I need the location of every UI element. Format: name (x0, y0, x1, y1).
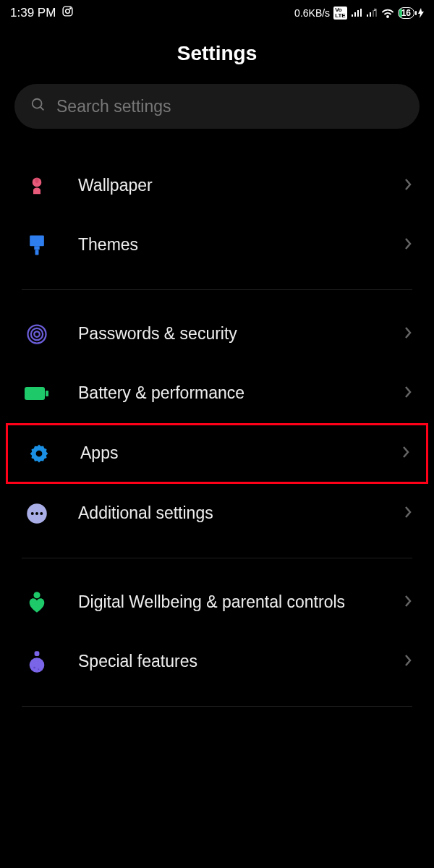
status-right: 0.6KB/s VoLTE 16 (294, 7, 424, 20)
chevron-right-icon (404, 326, 412, 343)
page-title: Settings (0, 26, 434, 84)
svg-point-13 (36, 451, 43, 457)
gear-icon (27, 441, 51, 466)
signal-icon-2 (366, 9, 378, 17)
svg-point-3 (33, 99, 42, 109)
battery-icon: 16 (398, 7, 414, 19)
chevron-right-icon (404, 385, 412, 402)
svg-rect-19 (35, 651, 40, 656)
svg-rect-11 (25, 387, 45, 400)
more-horizontal-icon (25, 501, 49, 526)
svg-point-2 (70, 8, 71, 9)
settings-item-label: Additional settings (78, 503, 375, 524)
settings-item-passwords-security[interactable]: Passwords & security (0, 305, 434, 364)
wifi-icon (381, 8, 394, 18)
chevron-right-icon (401, 445, 410, 462)
charging-icon (418, 8, 424, 18)
svg-point-15 (31, 512, 34, 515)
svg-point-16 (35, 512, 38, 515)
svg-point-17 (40, 512, 43, 515)
brush-icon (25, 233, 49, 258)
settings-item-additional-settings[interactable]: Additional settings (0, 484, 434, 543)
svg-rect-7 (35, 250, 39, 255)
battery-pct: 16 (401, 8, 411, 18)
settings-item-wallpaper[interactable]: Wallpaper (0, 156, 434, 216)
settings-item-special-features[interactable]: Special features (0, 632, 434, 692)
tulip-icon (25, 174, 49, 198)
chevron-right-icon (404, 237, 412, 254)
search-bar[interactable] (14, 84, 420, 129)
heart-person-icon (25, 590, 49, 615)
search-icon (30, 97, 46, 116)
svg-rect-5 (30, 235, 44, 246)
settings-list: Wallpaper Themes Passwords & security Ba… (0, 143, 434, 707)
chevron-right-icon (404, 177, 412, 195)
data-rate: 0.6KB/s (294, 7, 330, 19)
settings-item-label: Special features (78, 651, 375, 673)
flask-icon (25, 650, 49, 674)
status-bar: 1:39 PM 0.6KB/s VoLTE 16 (0, 0, 434, 26)
svg-point-10 (34, 331, 40, 337)
signal-icon-1 (351, 9, 362, 17)
battery-icon (25, 381, 49, 406)
settings-item-label: Passwords & security (78, 323, 375, 345)
fingerprint-icon (25, 322, 49, 346)
search-input[interactable] (56, 97, 404, 116)
svg-rect-12 (46, 391, 48, 396)
settings-item-battery-performance[interactable]: Battery & performance (0, 364, 434, 423)
divider (22, 289, 412, 290)
svg-point-18 (33, 592, 40, 598)
settings-item-label: Themes (78, 234, 375, 256)
chevron-right-icon (404, 505, 412, 522)
chevron-right-icon (404, 594, 412, 611)
status-time: 1:39 PM (10, 6, 56, 20)
divider (22, 558, 412, 558)
svg-point-9 (31, 328, 43, 340)
settings-item-label: Wallpaper (78, 175, 375, 197)
chevron-right-icon (404, 653, 412, 671)
svg-line-4 (41, 107, 44, 111)
settings-item-label: Battery & performance (78, 383, 375, 404)
settings-item-digital-wellbeing[interactable]: Digital Wellbeing & parental controls (0, 573, 434, 632)
volte-badge: VoLTE (333, 7, 347, 20)
status-left: 1:39 PM (10, 5, 74, 21)
svg-point-1 (66, 9, 70, 14)
instagram-icon (61, 5, 74, 21)
settings-item-apps[interactable]: Apps (6, 423, 428, 484)
settings-item-label: Apps (80, 443, 373, 464)
svg-point-21 (33, 667, 35, 669)
settings-item-themes[interactable]: Themes (0, 216, 434, 275)
divider (22, 706, 412, 707)
svg-point-20 (30, 658, 45, 673)
settings-item-label: Digital Wellbeing & parental controls (78, 592, 375, 613)
svg-rect-6 (34, 246, 39, 250)
svg-point-22 (38, 668, 39, 670)
